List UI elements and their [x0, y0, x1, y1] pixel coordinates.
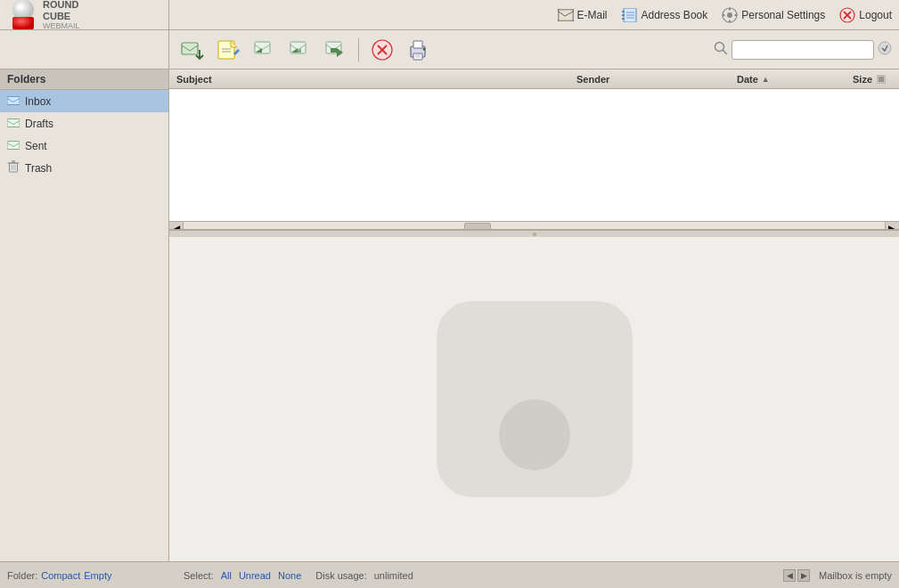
- resize-dot: [533, 233, 536, 236]
- email-nav-item[interactable]: E-Mail: [558, 7, 608, 23]
- logo-area: ROUND CUBE WEBMAIL: [0, 0, 169, 29]
- personal-settings-nav-label: Personal Settings: [741, 9, 825, 21]
- compose-button[interactable]: [212, 35, 244, 65]
- toolbar-buttons: [169, 30, 899, 69]
- svg-rect-40: [7, 97, 20, 105]
- addressbook-nav-item[interactable]: Address Book: [622, 7, 708, 23]
- logo-text: ROUND CUBE WEBMAIL: [43, 0, 80, 30]
- status-bar: Folder: Compact Empty Select: All Unread…: [0, 561, 899, 588]
- trash-icon: [7, 160, 20, 176]
- svg-rect-14: [729, 7, 731, 10]
- reply-button[interactable]: [248, 35, 280, 65]
- svg-rect-1: [12, 17, 34, 29]
- folder-inbox[interactable]: Inbox: [0, 90, 168, 112]
- horizontal-scrollbar[interactable]: ◀ ▶: [169, 221, 899, 230]
- logout-nav-item[interactable]: Logout: [839, 7, 892, 23]
- empty-link[interactable]: Empty: [84, 570, 111, 581]
- addressbook-nav-label: Address Book: [642, 9, 708, 21]
- svg-point-13: [727, 12, 732, 18]
- folder-drafts-label: Drafts: [25, 118, 53, 130]
- forward-button[interactable]: [319, 35, 351, 65]
- svg-rect-41: [7, 119, 20, 127]
- settings-nav-icon: [722, 7, 738, 23]
- svg-rect-42: [7, 142, 20, 150]
- reply-all-button[interactable]: [283, 35, 315, 65]
- svg-rect-33: [413, 53, 422, 60]
- get-mail-button[interactable]: [176, 35, 208, 65]
- folder-status: Folder: Compact Empty: [7, 570, 176, 581]
- delete-button[interactable]: [366, 35, 398, 65]
- disk-usage-value: unlimited: [374, 570, 413, 581]
- search-icon: [714, 41, 728, 58]
- scroll-thumb[interactable]: [464, 223, 491, 231]
- svg-rect-7: [622, 14, 625, 16]
- svg-rect-15: [729, 20, 731, 22]
- col-subject[interactable]: Subject: [169, 74, 569, 85]
- top-nav: E-Mail Address Book: [169, 0, 899, 29]
- scroll-left-button[interactable]: ◀: [169, 222, 184, 231]
- scroll-right-button[interactable]: ▶: [885, 222, 899, 231]
- email-list-body: [169, 89, 899, 221]
- svg-rect-21: [182, 43, 198, 54]
- email-list: Subject Sender Date ▲ Size: [169, 69, 899, 230]
- sort-arrow-icon: ▲: [762, 75, 770, 84]
- select-all-link[interactable]: All: [221, 570, 232, 581]
- svg-line-38: [723, 50, 727, 54]
- print-button[interactable]: [402, 35, 434, 65]
- sent-icon: [7, 138, 20, 153]
- folder-sent[interactable]: Sent: [0, 135, 168, 157]
- preview-logo-ball: [499, 399, 570, 470]
- prev-page-button[interactable]: ◀: [783, 569, 796, 582]
- toolbar-spacer: [0, 30, 169, 69]
- toolbar-sep-1: [358, 38, 359, 61]
- folder-label: Folder:: [7, 570, 37, 581]
- col-size: Size: [846, 74, 899, 85]
- folder-sent-label: Sent: [25, 140, 47, 152]
- col-sender[interactable]: Sender: [569, 74, 730, 85]
- svg-rect-16: [723, 14, 725, 16]
- select-unread-link[interactable]: Unread: [239, 570, 271, 581]
- search-area: [714, 40, 892, 60]
- select-none-link[interactable]: None: [278, 570, 301, 581]
- logo-cube: CUBE: [43, 11, 80, 21]
- logo-icon: [7, 0, 39, 31]
- logo-round: ROUND: [43, 0, 80, 11]
- svg-rect-6: [622, 11, 625, 12]
- message-status: Select: All Unread None Disk usage: unli…: [176, 569, 892, 582]
- select-label: Select:: [184, 570, 214, 581]
- personal-settings-nav-item[interactable]: Personal Settings: [722, 7, 825, 23]
- svg-rect-32: [413, 41, 422, 48]
- svg-rect-17: [735, 14, 738, 16]
- email-nav-icon: [558, 7, 574, 23]
- email-table-header: Subject Sender Date ▲ Size: [169, 69, 899, 89]
- col-date[interactable]: Date ▲: [730, 74, 846, 85]
- svg-point-34: [423, 47, 426, 50]
- mailbox-status-text: Mailbox is empty: [819, 570, 892, 581]
- preview-logo: [437, 301, 633, 497]
- search-submit-icon[interactable]: [878, 41, 892, 58]
- logout-nav-icon: [839, 7, 855, 23]
- logout-nav-label: Logout: [859, 9, 892, 21]
- nav-arrows: ◀ ▶: [783, 569, 810, 582]
- preview-pane: [169, 237, 899, 561]
- addressbook-nav-icon: [622, 7, 638, 23]
- svg-point-2: [16, 4, 23, 10]
- svg-rect-8: [622, 18, 625, 20]
- resize-handle[interactable]: [169, 230, 899, 237]
- search-input[interactable]: [731, 40, 874, 60]
- compact-link[interactable]: Compact: [41, 570, 80, 581]
- disk-usage-label: Disk usage:: [315, 570, 366, 581]
- folder-trash[interactable]: Trash: [0, 157, 168, 179]
- mailbox-status-area: ◀ ▶ Mailbox is empty: [783, 569, 892, 582]
- folders-header: Folders: [0, 69, 168, 90]
- column-options-icon[interactable]: [876, 74, 887, 85]
- next-page-button[interactable]: ▶: [797, 569, 810, 582]
- drafts-icon: [7, 116, 20, 131]
- logo-webmail: WEBMAIL: [43, 21, 80, 30]
- svg-point-39: [879, 42, 891, 54]
- folder-drafts[interactable]: Drafts: [0, 112, 168, 135]
- email-nav-label: E-Mail: [577, 9, 608, 21]
- scroll-track[interactable]: [184, 222, 885, 231]
- inbox-icon: [7, 94, 20, 109]
- folder-inbox-label: Inbox: [25, 95, 51, 108]
